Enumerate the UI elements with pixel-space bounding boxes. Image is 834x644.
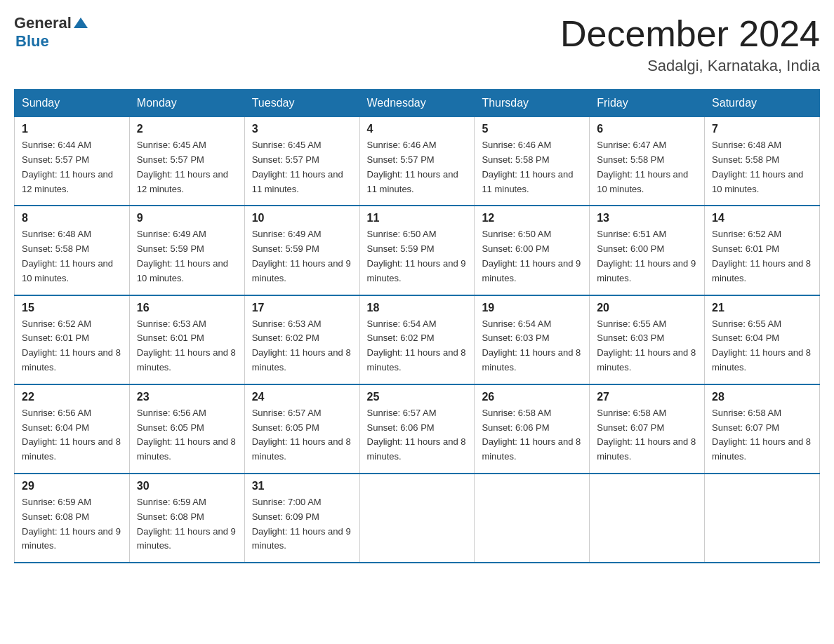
day-number: 19 <box>482 302 582 314</box>
calendar-cell: 7 Sunrise: 6:48 AM Sunset: 5:58 PM Dayli… <box>705 117 820 206</box>
day-info: Sunrise: 6:57 AM Sunset: 6:05 PM Dayligh… <box>252 406 352 464</box>
day-number: 24 <box>252 391 352 403</box>
day-info: Sunrise: 6:57 AM Sunset: 6:06 PM Dayligh… <box>367 406 468 464</box>
location-title: Sadalgi, Karnataka, India <box>560 57 820 75</box>
day-number: 25 <box>367 391 468 403</box>
day-number: 29 <box>22 480 122 492</box>
calendar-cell: 22 Sunrise: 6:56 AM Sunset: 6:04 PM Dayl… <box>15 384 130 474</box>
calendar-cell: 11 Sunrise: 6:50 AM Sunset: 5:59 PM Dayl… <box>359 206 475 295</box>
calendar-week-row: 1 Sunrise: 6:44 AM Sunset: 5:57 PM Dayli… <box>15 117 820 206</box>
day-info: Sunrise: 6:56 AM Sunset: 6:04 PM Dayligh… <box>22 406 122 464</box>
calendar-header-row: SundayMondayTuesdayWednesdayThursdayFrid… <box>15 90 820 117</box>
day-info: Sunrise: 6:53 AM Sunset: 6:02 PM Dayligh… <box>252 317 352 375</box>
day-number: 21 <box>712 302 812 314</box>
day-info: Sunrise: 6:52 AM Sunset: 6:01 PM Dayligh… <box>22 317 122 375</box>
day-info: Sunrise: 6:47 AM Sunset: 5:58 PM Dayligh… <box>597 138 697 196</box>
calendar-cell: 14 Sunrise: 6:52 AM Sunset: 6:01 PM Dayl… <box>705 206 820 295</box>
calendar-cell: 13 Sunrise: 6:51 AM Sunset: 6:00 PM Dayl… <box>590 206 705 295</box>
day-info: Sunrise: 6:53 AM Sunset: 6:01 PM Dayligh… <box>137 317 237 375</box>
calendar-table: SundayMondayTuesdayWednesdayThursdayFrid… <box>14 89 820 563</box>
calendar-cell: 10 Sunrise: 6:49 AM Sunset: 5:59 PM Dayl… <box>244 206 359 295</box>
day-header-friday: Friday <box>590 90 705 117</box>
title-section: December 2024 Sadalgi, Karnataka, India <box>560 14 820 75</box>
day-number: 14 <box>712 212 812 224</box>
day-number: 20 <box>597 302 697 314</box>
day-number: 18 <box>367 302 468 314</box>
calendar-cell: 1 Sunrise: 6:44 AM Sunset: 5:57 PM Dayli… <box>15 117 130 206</box>
day-number: 28 <box>712 391 812 403</box>
day-number: 27 <box>597 391 697 403</box>
day-info: Sunrise: 6:48 AM Sunset: 5:58 PM Dayligh… <box>712 138 812 196</box>
logo: General Blue <box>14 14 88 51</box>
day-header-sunday: Sunday <box>15 90 130 117</box>
calendar-cell: 9 Sunrise: 6:49 AM Sunset: 5:59 PM Dayli… <box>129 206 244 295</box>
day-number: 1 <box>22 123 122 135</box>
day-number: 12 <box>482 212 582 224</box>
calendar-cell: 23 Sunrise: 6:56 AM Sunset: 6:05 PM Dayl… <box>129 384 244 474</box>
day-number: 17 <box>252 302 352 314</box>
day-info: Sunrise: 6:48 AM Sunset: 5:58 PM Dayligh… <box>22 227 122 286</box>
day-info: Sunrise: 6:51 AM Sunset: 6:00 PM Dayligh… <box>597 227 697 286</box>
calendar-cell <box>475 474 590 563</box>
day-number: 7 <box>712 123 812 135</box>
calendar-cell: 29 Sunrise: 6:59 AM Sunset: 6:08 PM Dayl… <box>15 474 130 563</box>
day-info: Sunrise: 6:50 AM Sunset: 5:59 PM Dayligh… <box>367 227 468 286</box>
day-header-tuesday: Tuesday <box>244 90 359 117</box>
day-info: Sunrise: 6:50 AM Sunset: 6:00 PM Dayligh… <box>482 227 582 286</box>
day-info: Sunrise: 6:46 AM Sunset: 5:58 PM Dayligh… <box>482 138 582 196</box>
day-number: 26 <box>482 391 582 403</box>
day-number: 8 <box>22 212 122 224</box>
day-number: 5 <box>482 123 582 135</box>
calendar-cell: 20 Sunrise: 6:55 AM Sunset: 6:03 PM Dayl… <box>590 295 705 384</box>
day-info: Sunrise: 6:52 AM Sunset: 6:01 PM Dayligh… <box>712 227 812 286</box>
day-number: 30 <box>137 480 237 492</box>
day-number: 2 <box>137 123 237 135</box>
calendar-week-row: 8 Sunrise: 6:48 AM Sunset: 5:58 PM Dayli… <box>15 206 820 295</box>
calendar-cell: 5 Sunrise: 6:46 AM Sunset: 5:58 PM Dayli… <box>475 117 590 206</box>
day-info: Sunrise: 6:49 AM Sunset: 5:59 PM Dayligh… <box>252 227 352 286</box>
calendar-cell: 3 Sunrise: 6:45 AM Sunset: 5:57 PM Dayli… <box>244 117 359 206</box>
month-title: December 2024 <box>560 14 820 54</box>
calendar-cell: 27 Sunrise: 6:58 AM Sunset: 6:07 PM Dayl… <box>590 384 705 474</box>
calendar-cell: 4 Sunrise: 6:46 AM Sunset: 5:57 PM Dayli… <box>359 117 475 206</box>
day-header-monday: Monday <box>129 90 244 117</box>
day-info: Sunrise: 7:00 AM Sunset: 6:09 PM Dayligh… <box>252 495 352 554</box>
calendar-cell: 28 Sunrise: 6:58 AM Sunset: 6:07 PM Dayl… <box>705 384 820 474</box>
day-header-thursday: Thursday <box>475 90 590 117</box>
logo-general: General <box>14 14 72 32</box>
day-info: Sunrise: 6:49 AM Sunset: 5:59 PM Dayligh… <box>137 227 237 286</box>
calendar-cell: 24 Sunrise: 6:57 AM Sunset: 6:05 PM Dayl… <box>244 384 359 474</box>
calendar-cell <box>705 474 820 563</box>
day-info: Sunrise: 6:56 AM Sunset: 6:05 PM Dayligh… <box>137 406 237 464</box>
calendar-cell: 25 Sunrise: 6:57 AM Sunset: 6:06 PM Dayl… <box>359 384 475 474</box>
calendar-cell: 30 Sunrise: 6:59 AM Sunset: 6:08 PM Dayl… <box>129 474 244 563</box>
day-header-wednesday: Wednesday <box>359 90 475 117</box>
day-number: 4 <box>367 123 468 135</box>
calendar-cell: 21 Sunrise: 6:55 AM Sunset: 6:04 PM Dayl… <box>705 295 820 384</box>
calendar-cell: 15 Sunrise: 6:52 AM Sunset: 6:01 PM Dayl… <box>15 295 130 384</box>
day-info: Sunrise: 6:54 AM Sunset: 6:03 PM Dayligh… <box>482 317 582 375</box>
logo-blue: Blue <box>15 32 49 51</box>
day-info: Sunrise: 6:59 AM Sunset: 6:08 PM Dayligh… <box>137 495 237 554</box>
day-info: Sunrise: 6:58 AM Sunset: 6:07 PM Dayligh… <box>597 406 697 464</box>
day-number: 15 <box>22 302 122 314</box>
calendar-week-row: 22 Sunrise: 6:56 AM Sunset: 6:04 PM Dayl… <box>15 384 820 474</box>
day-header-saturday: Saturday <box>705 90 820 117</box>
calendar-cell: 18 Sunrise: 6:54 AM Sunset: 6:02 PM Dayl… <box>359 295 475 384</box>
day-info: Sunrise: 6:45 AM Sunset: 5:57 PM Dayligh… <box>137 138 237 196</box>
day-info: Sunrise: 6:46 AM Sunset: 5:57 PM Dayligh… <box>367 138 468 196</box>
day-number: 23 <box>137 391 237 403</box>
page-header: General Blue December 2024 Sadalgi, Karn… <box>14 14 820 75</box>
day-number: 16 <box>137 302 237 314</box>
day-number: 10 <box>252 212 352 224</box>
day-info: Sunrise: 6:54 AM Sunset: 6:02 PM Dayligh… <box>367 317 468 375</box>
day-number: 13 <box>597 212 697 224</box>
svg-marker-0 <box>74 18 88 28</box>
logo-triangle-icon <box>73 15 88 31</box>
calendar-cell: 19 Sunrise: 6:54 AM Sunset: 6:03 PM Dayl… <box>475 295 590 384</box>
calendar-cell: 2 Sunrise: 6:45 AM Sunset: 5:57 PM Dayli… <box>129 117 244 206</box>
day-number: 11 <box>367 212 468 224</box>
calendar-week-row: 29 Sunrise: 6:59 AM Sunset: 6:08 PM Dayl… <box>15 474 820 563</box>
calendar-cell: 16 Sunrise: 6:53 AM Sunset: 6:01 PM Dayl… <box>129 295 244 384</box>
day-number: 6 <box>597 123 697 135</box>
